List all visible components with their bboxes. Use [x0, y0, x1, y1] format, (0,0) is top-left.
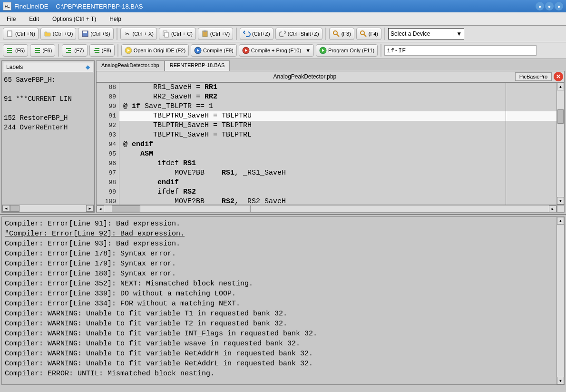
svg-line-10 [364, 34, 366, 37]
editor-hscroll[interactable]: ◄ [96, 205, 250, 213]
code-line[interactable]: RR1_SaveH = RR1 [119, 83, 556, 92]
indent-left-icon [93, 47, 100, 54]
paste-button[interactable]: (Ctrl +V) [198, 28, 233, 40]
compile-button[interactable]: Compile (F9) [191, 44, 237, 57]
separator [381, 44, 381, 57]
label-item[interactable]: 152 RestorePBP_H [4, 113, 92, 123]
output-panel[interactable]: Compiler: Error[Line 91]: Bad expression… [1, 216, 565, 385]
open-button[interactable]: (Ctrl +O) [40, 28, 76, 40]
comment-button-f5[interactable]: (F5) [3, 44, 28, 57]
code-line[interactable]: ifdef RS1 [119, 159, 556, 168]
scroll-thumb[interactable] [10, 205, 20, 212]
play-yellow-icon [125, 47, 132, 54]
menu-help[interactable]: Help [107, 14, 124, 24]
title-bar: FL FineLineIDE C:\PBP\REENTERPBP-18.BAS … [0, 0, 566, 12]
code-line[interactable]: MOVE?BB RS1, _RS1_SaveH [119, 168, 556, 178]
indent-right-icon [65, 47, 73, 54]
code-line[interactable]: @ if Save_TBLPTR == 1 [119, 102, 556, 111]
compile-prog-button[interactable]: Compile + Prog (F10)▼ [239, 44, 314, 57]
label-item[interactable]: 244 OverReEnterH [4, 123, 92, 132]
code-line[interactable]: TBLPTRL_SaveH = TBLPTRL [119, 130, 556, 140]
editor-hscroll2[interactable]: ► [250, 205, 557, 213]
label-item[interactable]: 65 SavePBP_H: [4, 75, 92, 85]
separator [325, 28, 326, 40]
svg-line-8 [337, 34, 339, 37]
separator [236, 28, 237, 40]
indent-button-f7[interactable]: (F7) [62, 44, 87, 57]
sidebar-hscroll[interactable]: ◄ ► [2, 205, 94, 212]
scroll-down-icon[interactable]: ▼ [557, 197, 564, 205]
indent-icon [6, 47, 14, 54]
sidebar-header[interactable]: Labels ◆ [3, 62, 93, 72]
code-editor[interactable]: 888990919293949596979899100 RR1_SaveH = … [96, 82, 565, 205]
svg-rect-0 [8, 31, 12, 37]
label-item[interactable] [4, 85, 92, 94]
cut-button[interactable]: ✂(Ctrl + X) [120, 28, 157, 40]
search-icon [332, 30, 340, 38]
labels-list[interactable]: 65 SavePBP_H: 91 ***CURRENT LIN 152 Rest… [2, 73, 94, 205]
maximize-icon[interactable]: ● [545, 2, 554, 10]
label-item[interactable] [4, 104, 92, 113]
folder-open-icon [44, 30, 51, 38]
uncomment-button-f6[interactable]: (F6) [30, 44, 55, 57]
scroll-thumb[interactable] [557, 109, 564, 124]
tab-analog[interactable]: AnalogPeakDetector.pbp [96, 60, 165, 71]
chevron-down-icon[interactable]: ▼ [305, 48, 311, 53]
code-line[interactable]: ASM [119, 149, 556, 159]
separator [117, 28, 117, 40]
close-tab-icon[interactable]: ✕ [554, 72, 563, 81]
menu-file[interactable]: File [4, 14, 19, 24]
output-line: Compiler: Error[Line 178]: Syntax error. [5, 249, 561, 259]
program-only-button[interactable]: Program Only (F11) [316, 44, 378, 57]
code-line[interactable]: TBLPTRU_SaveH = TBLPTRU [119, 111, 556, 121]
sidebar-title: Labels [6, 64, 23, 70]
svg-rect-6 [204, 30, 206, 32]
clipboard-icon [201, 30, 209, 38]
redo-button[interactable]: (Ctrl+Shift+Z) [275, 28, 322, 40]
open-ide-button[interactable]: Open in Origi IDE (F2) [121, 44, 189, 57]
editor-vscroll[interactable]: ▲ ▼ [556, 83, 564, 205]
find-next-button[interactable]: (F4) [356, 28, 381, 40]
save-button[interactable]: (Ctrl +S) [78, 28, 113, 40]
play-blue-icon [194, 47, 202, 54]
output-line: Compiler: Error[Line 91]: Bad expression… [5, 219, 561, 229]
scroll-right-icon[interactable]: ► [86, 205, 94, 212]
scroll-left-icon[interactable]: ◄ [97, 206, 104, 212]
code-line[interactable]: MOVE?BB RS2, RS2 SaveH [119, 197, 556, 205]
app-logo-icon: FL [3, 2, 11, 10]
code-line[interactable]: TBLPTRH_SaveH = TBLPTRH [119, 121, 556, 130]
minimize-icon[interactable]: ● [536, 2, 544, 10]
scroll-left-icon[interactable]: ◄ [2, 205, 10, 212]
find-button[interactable]: (F3) [329, 28, 354, 40]
outdent-icon [33, 47, 41, 54]
menu-edit[interactable]: Edit [26, 14, 42, 24]
copy-button[interactable]: (Ctrl + C) [159, 28, 196, 40]
close-window-icon[interactable]: ● [555, 2, 563, 10]
tab-reenter[interactable]: REENTERPBP-18.BAS [165, 60, 230, 71]
menu-options[interactable]: Options (Ctrl + T) [49, 14, 99, 24]
code-content[interactable]: RR1_SaveH = RR1 RR2_SaveH = RR2@ if Save… [119, 83, 556, 205]
undo-button[interactable]: (Ctrl+Z) [240, 28, 273, 40]
output-vscroll[interactable]: ▲ ▼ [556, 217, 564, 384]
code-line[interactable]: endif [119, 178, 556, 187]
code-line[interactable]: @ endif [119, 140, 556, 149]
code-line[interactable]: ifdef RS2 [119, 187, 556, 197]
output-line: Compiler: WARNING: Unable to fit variabl… [5, 349, 561, 359]
sidebar: Labels ◆ 65 SavePBP_H: 91 ***CURRENT LIN… [1, 60, 95, 213]
toolbar-secondary: (F5) (F6) (F7) (F8) Open in Origi IDE (F… [0, 42, 566, 59]
outdent-button-f8[interactable]: (F8) [89, 44, 115, 57]
editor-file-name: AnalogPeakDetector.pbp [97, 73, 513, 80]
play-green-icon [319, 47, 327, 54]
scroll-up-icon[interactable]: ▲ [557, 83, 564, 90]
code-line[interactable]: RR2_SaveH = RR2 [119, 92, 556, 102]
scroll-right-icon[interactable]: ► [549, 206, 556, 212]
file-path: C:\PBP\REENTERPBP-18.BAS [56, 3, 143, 10]
new-button[interactable]: (Ctrl +N) [3, 28, 39, 40]
scroll-thumb[interactable] [112, 206, 140, 212]
svg-rect-4 [165, 32, 168, 37]
scroll-up-icon[interactable]: ▲ [557, 217, 564, 225]
snippet-input[interactable] [384, 45, 537, 56]
label-item[interactable]: 91 ***CURRENT LIN [4, 94, 92, 104]
device-select[interactable]: Select a Device ▼ [388, 28, 464, 39]
scroll-down-icon[interactable]: ▼ [557, 377, 564, 384]
